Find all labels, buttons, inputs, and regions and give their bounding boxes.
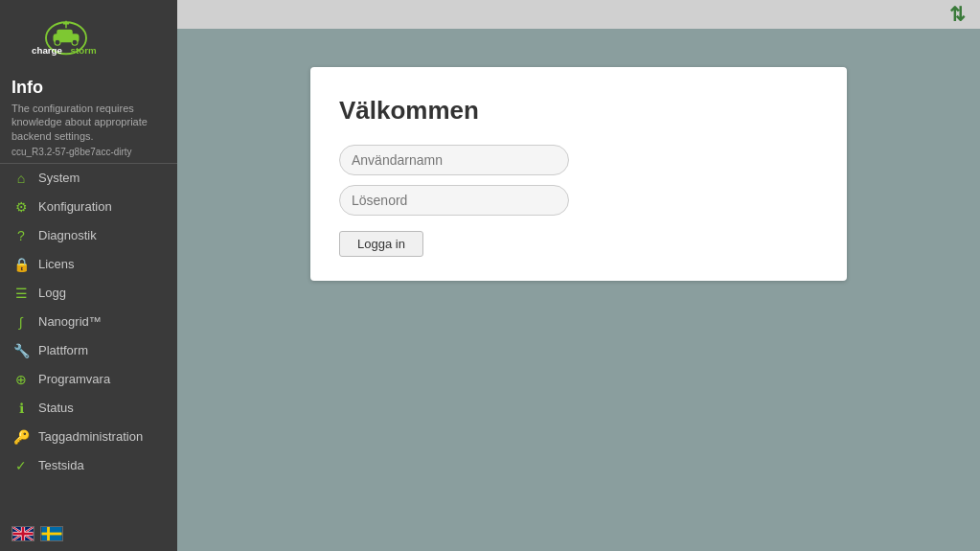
logg-icon: ☰ [11,286,31,301]
sidebar-item-taggadministration[interactable]: 🔑 Taggadministration [0,423,177,451]
info-description: The configuration requires knowledge abo… [11,102,166,143]
main-content: ⇅ Välkommen Logga in [177,0,980,551]
sidebar-item-system[interactable]: ⌂ System [0,164,177,193]
nav-list: ⌂ System ⚙ Konfiguration ? Diagnostik 🔒 … [0,164,177,480]
diagnostik-label: Diagnostik [38,228,97,242]
licens-icon: 🔒 [11,257,31,272]
taggadministration-icon: 🔑 [11,429,31,445]
sidebar-item-testsida[interactable]: ✓ Testsida [0,451,177,480]
status-icon: ℹ [11,401,31,416]
konfiguration-label: Konfiguration [38,199,112,214]
welcome-title: Välkommen [339,96,818,126]
nanogrid-label: Nanogrid™ [38,314,102,329]
logg-label: Logg [38,286,66,300]
programvara-icon: ⊕ [11,372,31,387]
login-panel: Välkommen Logga in [310,67,847,281]
logo-area: charge storm [0,0,177,70]
system-label: System [38,171,80,185]
konfiguration-icon: ⚙ [11,199,31,215]
sidebar-item-status[interactable]: ℹ Status [0,394,177,423]
sidebar-item-programvara[interactable]: ⊕ Programvara [0,365,177,394]
diagnostik-icon: ? [11,228,31,243]
chargestorm-logo: charge storm [32,10,147,62]
sidebar-item-konfiguration[interactable]: ⚙ Konfiguration [0,193,177,221]
login-panel-wrapper: Välkommen Logga in [177,29,980,551]
sidebar-item-licens[interactable]: 🔒 Licens [0,250,177,279]
svg-text:storm: storm [70,45,96,56]
status-label: Status [38,401,74,415]
system-icon: ⌂ [11,171,31,186]
testsida-icon: ✓ [11,458,31,473]
top-bar: ⇅ [177,0,980,29]
svg-rect-17 [13,533,34,536]
version-label: ccu_R3.2-57-g8be7acc-dirty [11,147,166,157]
sidebar-item-plattform[interactable]: 🔧 Plattform [0,336,177,365]
svg-rect-2 [57,30,73,36]
flag-sweden[interactable] [40,526,63,541]
sidebar-item-logg[interactable]: ☰ Logg [0,279,177,308]
info-title: Info [11,78,166,98]
language-flags [0,517,177,551]
licens-label: Licens [38,257,75,271]
flag-uk[interactable] [11,526,34,541]
sidebar-item-diagnostik[interactable]: ? Diagnostik [0,221,177,250]
password-input[interactable] [339,185,569,216]
testsida-label: Testsida [38,458,84,472]
sidebar: charge storm Info The configuration requ… [0,0,177,551]
taggadministration-label: Taggadministration [38,429,143,444]
svg-text:charge: charge [32,45,63,56]
plattform-icon: 🔧 [11,343,31,358]
username-input[interactable] [339,145,569,175]
svg-rect-20 [42,533,62,536]
plattform-label: Plattform [38,343,88,357]
sort-icon[interactable]: ⇅ [949,3,966,26]
info-section: Info The configuration requires knowledg… [0,70,177,164]
login-button[interactable]: Logga in [339,231,423,257]
programvara-label: Programvara [38,372,110,386]
sidebar-item-nanogrid[interactable]: ∫ Nanogrid™ [0,308,177,336]
nanogrid-icon: ∫ [11,314,31,330]
